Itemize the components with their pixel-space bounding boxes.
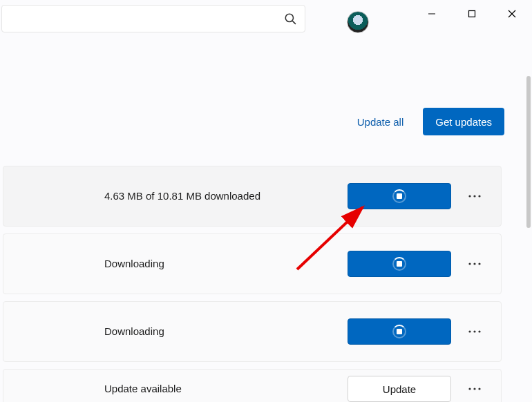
progress-spinner-icon: [392, 189, 406, 203]
svg-point-8: [478, 195, 480, 197]
update-button[interactable]: Update: [348, 376, 451, 402]
svg-line-1: [292, 21, 296, 24]
svg-point-0: [285, 14, 293, 21]
svg-point-9: [468, 262, 471, 265]
svg-point-12: [468, 330, 471, 332]
svg-point-17: [478, 387, 480, 390]
update-row: Downloading: [3, 233, 502, 294]
title-bar: [0, 0, 532, 33]
minimize-button[interactable]: [412, 0, 452, 28]
status-text: Downloading: [104, 257, 164, 271]
svg-point-11: [478, 262, 480, 265]
vertical-scrollbar[interactable]: [526, 76, 531, 228]
more-options-button[interactable]: [464, 253, 486, 275]
stop-download-button[interactable]: [348, 318, 451, 345]
more-options-button[interactable]: [464, 378, 486, 400]
svg-point-15: [468, 387, 471, 390]
app-window: Update all Get updates 4.63 MB of 10.81 …: [0, 0, 532, 402]
progress-spinner-icon: [392, 325, 406, 338]
more-options-button[interactable]: [464, 320, 486, 343]
progress-spinner-icon: [392, 257, 406, 271]
update-all-link[interactable]: Update all: [357, 116, 404, 128]
maximize-button[interactable]: [452, 0, 492, 28]
update-row: Update available Update: [3, 369, 502, 402]
profile-avatar[interactable]: [347, 11, 369, 33]
window-controls: [412, 0, 532, 28]
update-row: Downloading: [3, 301, 502, 362]
content-area: Update all Get updates 4.63 MB of 10.81 …: [0, 33, 532, 402]
search-icon[interactable]: [284, 12, 296, 25]
more-options-button[interactable]: [464, 185, 486, 207]
svg-point-16: [473, 387, 475, 390]
svg-point-14: [478, 330, 480, 332]
status-text: Downloading: [104, 325, 164, 338]
status-text: Update available: [104, 382, 182, 396]
svg-point-10: [473, 262, 475, 265]
svg-point-7: [473, 195, 475, 197]
svg-rect-3: [469, 11, 475, 17]
close-button[interactable]: [492, 0, 532, 28]
stop-download-button[interactable]: [348, 251, 451, 277]
stop-download-button[interactable]: [348, 183, 451, 209]
status-text: 4.63 MB of 10.81 MB downloaded: [104, 189, 260, 203]
search-input[interactable]: [2, 6, 265, 31]
update-row: 4.63 MB of 10.81 MB downloaded: [3, 166, 502, 227]
svg-point-13: [473, 330, 475, 332]
updates-list: 4.63 MB of 10.81 MB downloaded Downloadi…: [3, 166, 502, 402]
svg-point-6: [468, 195, 471, 197]
get-updates-button[interactable]: Get updates: [423, 108, 504, 135]
top-actions: Update all Get updates: [357, 108, 504, 135]
search-box[interactable]: [1, 5, 305, 32]
